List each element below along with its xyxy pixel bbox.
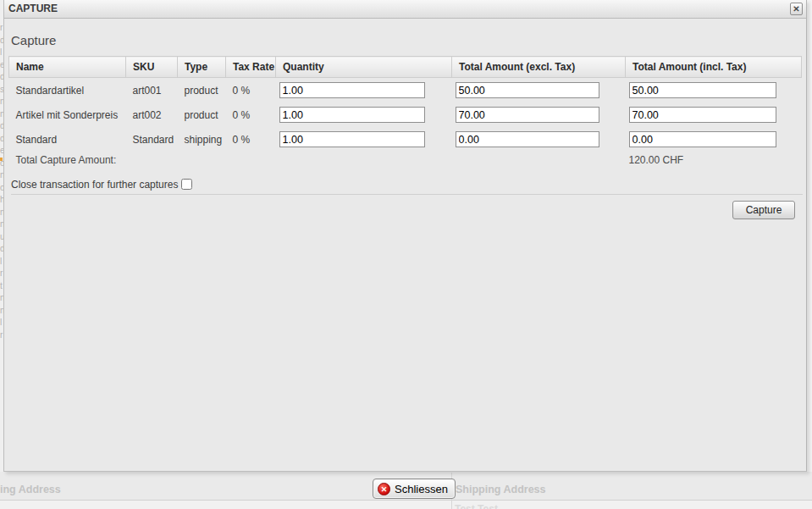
close-transaction-label: Close transaction for further captures (11, 179, 178, 191)
capture-items-table: Name SKU Type Tax Rate Quantity Total Am… (8, 56, 802, 170)
cell-type: product (178, 102, 226, 127)
cell-name: Standardartikel (9, 78, 126, 103)
cell-sku: art001 (126, 78, 178, 103)
column-header-sku: SKU (126, 57, 178, 78)
horizontal-divider (11, 194, 803, 195)
table-row: Standard Standard shipping 0 % (9, 127, 802, 152)
cell-sku: Standard (126, 127, 178, 152)
billing-address-label: ing Address (0, 484, 61, 495)
column-header-total-excl-tax: Total Amount (excl. Tax) (452, 57, 626, 78)
total-excl-tax-input[interactable] (456, 82, 599, 98)
cell-tax-rate: 0 % (226, 127, 276, 152)
quantity-input[interactable] (279, 131, 425, 147)
cell-type: product (178, 78, 226, 103)
close-transaction-row: Close transaction for further captures (11, 179, 806, 191)
page-title: Capture (11, 33, 806, 47)
capture-dialog: CAPTURE ✕ Capture Name SKU Type Tax Rate… (3, 0, 807, 472)
column-header-type: Type (178, 57, 226, 78)
quantity-input[interactable] (279, 82, 425, 98)
total-excl-tax-input[interactable] (456, 131, 599, 147)
dialog-title: CAPTURE (8, 3, 58, 14)
schliessen-button[interactable]: ✕ Schliessen (373, 479, 456, 499)
background-page-right-fragment (807, 0, 812, 509)
column-header-tax-rate: Tax Rate (226, 57, 276, 78)
shipping-address-label: Shipping Address (456, 484, 546, 495)
background-bottom-strip: Test Test (0, 501, 812, 509)
column-header-quantity: Quantity (276, 57, 452, 78)
quantity-input[interactable] (279, 107, 425, 123)
background-test-text: Test Test (455, 503, 498, 509)
total-incl-tax-input[interactable] (629, 107, 776, 123)
cell-tax-rate: 0 % (226, 78, 276, 103)
total-capture-amount-label: Total Capture Amount: (9, 152, 626, 170)
cell-type: shipping (178, 127, 226, 152)
cell-name: Standard (9, 127, 126, 152)
close-red-icon: ✕ (378, 483, 390, 495)
total-excl-tax-input[interactable] (456, 107, 599, 123)
screen: r d l e d s n n d d e o n o h n n u d l … (0, 0, 812, 509)
column-header-total-incl-tax: Total Amount (incl. Tax) (626, 57, 802, 78)
capture-button[interactable]: Capture (732, 201, 795, 219)
table-row: Standardartikel art001 product 0 % (9, 78, 802, 103)
cell-tax-rate: 0 % (226, 102, 276, 127)
close-transaction-checkbox[interactable] (181, 179, 192, 190)
close-icon: ✕ (793, 4, 799, 14)
button-row: Capture (4, 201, 806, 219)
background-orange-tick (0, 158, 3, 161)
total-incl-tax-input[interactable] (629, 82, 776, 98)
dialog-close-button[interactable]: ✕ (790, 3, 803, 15)
cell-name: Artikel mit Sonderpreis (9, 102, 126, 127)
dialog-titlebar: CAPTURE ✕ (4, 0, 806, 19)
column-header-name: Name (9, 57, 126, 78)
total-incl-tax-input[interactable] (629, 131, 776, 147)
table-header-row: Name SKU Type Tax Rate Quantity Total Am… (9, 57, 802, 78)
total-row: Total Capture Amount: 120.00 CHF (9, 152, 802, 170)
total-capture-amount-value: 120.00 CHF (626, 152, 802, 170)
table-row: Artikel mit Sonderpreis art002 product 0… (9, 102, 802, 127)
schliessen-button-label: Schliessen (395, 483, 448, 495)
cell-sku: art002 (126, 102, 178, 127)
